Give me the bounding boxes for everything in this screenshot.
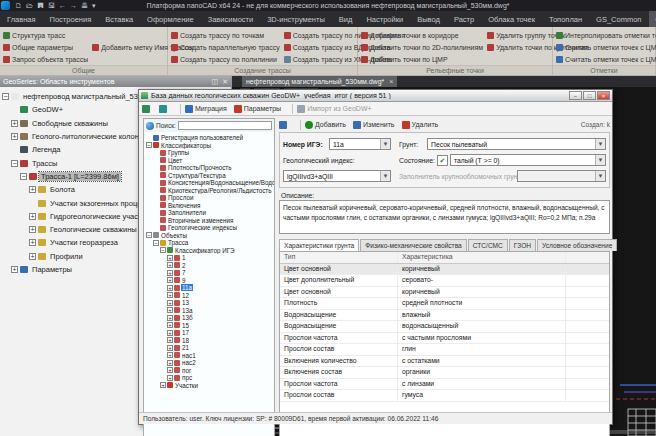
edit-record-button[interactable]: Изменить [353, 121, 395, 129]
tree-item[interactable]: Регистрация пользователей [146, 134, 274, 142]
ribbon-tab-GS_Trace[interactable]: GS_Trace [649, 11, 656, 27]
table-row[interactable]: Прослои частотас частыми прослоями [280, 333, 609, 345]
ribbon-tab-GS_Common[interactable]: GS_Common [589, 11, 648, 27]
ribbon-button[interactable]: Считать отметки точек с ЦМР авт [556, 53, 656, 65]
expander-icon[interactable]: − [20, 173, 27, 180]
table-row[interactable]: Прослои составгумуса [280, 390, 609, 402]
expander-icon[interactable]: + [167, 330, 173, 336]
expander-icon[interactable]: + [167, 292, 173, 298]
ribbon-button[interactable]: Создать трассу по полилинии [171, 53, 280, 65]
expander-icon[interactable]: + [29, 239, 36, 246]
save-as-icon[interactable]: 🖫 [48, 1, 55, 10]
ribbon-tab-Вид[interactable]: Вид [332, 11, 360, 27]
ribbon-button[interactable]: Интерполировать отметки точек [556, 29, 656, 41]
ribbon-tab-Оформление[interactable]: Оформление [140, 11, 201, 27]
tree-item[interactable]: +пог [146, 367, 274, 375]
print-icon[interactable]: 🖶 [81, 1, 88, 10]
ribbon-tab-Настройки[interactable]: Настройки [359, 11, 410, 27]
tree-item[interactable]: −Объекты [146, 232, 274, 240]
expander-icon[interactable]: + [167, 322, 173, 328]
expander-icon[interactable]: + [167, 270, 173, 276]
ribbon-tab-Зависимости[interactable]: Зависимости [201, 11, 261, 27]
ribbon-button[interactable]: Создать трассу по точкам [171, 29, 280, 41]
parameters-button[interactable]: Параметры [234, 105, 281, 113]
ribbon-button[interactable]: Добавить точки по ЦМР [361, 53, 483, 65]
expander-icon[interactable]: + [11, 133, 18, 140]
tree-item[interactable]: +13 [146, 299, 274, 307]
table-row[interactable]: Прослои частотас линзами [280, 379, 609, 391]
state-check-button[interactable]: ✔ [437, 155, 448, 166]
tree-item[interactable]: Заполнители [146, 209, 274, 217]
add-record-button[interactable]: Добавить [305, 121, 346, 129]
tab-Физико-механические свойства[interactable]: Физико-механические свойства [360, 239, 466, 251]
forward-icon[interactable]: → [70, 1, 77, 10]
grid-view-icon[interactable] [279, 121, 289, 129]
tree-item[interactable]: +18 [146, 337, 274, 345]
expander-icon[interactable]: + [167, 277, 173, 283]
tree-item[interactable]: Цвет [146, 157, 274, 165]
table-row[interactable]: Водонасыщениеводонасыщенный [280, 321, 609, 333]
expander-icon[interactable]: − [153, 240, 159, 246]
expander-icon[interactable]: − [2, 93, 9, 100]
description-textbox[interactable]: Песок пылеватый коричневый, серовато-кор… [279, 200, 610, 234]
tree-item[interactable]: Вторичные изменения [146, 217, 274, 225]
tree-item[interactable]: Группы [146, 149, 274, 157]
tree-item[interactable]: +12 [146, 292, 274, 300]
db-teal-button[interactable] [159, 105, 169, 113]
tree-item[interactable]: +9 [146, 277, 274, 285]
tree-green-button[interactable] [142, 105, 152, 113]
table-row[interactable]: Водонасыщениевлажный [280, 310, 609, 322]
table-row[interactable]: Цвет основнойкоричневый [280, 264, 609, 276]
tree-item[interactable]: +11а [146, 284, 274, 292]
document-tab[interactable]: нефтепровод магистральный_530мм.dwg* × [242, 76, 397, 87]
tree-item[interactable]: Криотекстура/Реология/Льдистость [146, 187, 274, 195]
expander-icon[interactable]: + [29, 213, 36, 220]
ige-number-combo[interactable]: 11а▼ [329, 138, 391, 150]
state-combo[interactable]: талый (Т >= 0)▼ [450, 154, 606, 166]
expander-icon[interactable]: + [167, 352, 173, 358]
ribbon-tab-Построения[interactable]: Построения [43, 11, 99, 27]
back-icon[interactable]: ← [59, 1, 66, 10]
table-row[interactable]: Включения количествос остатками [280, 356, 609, 368]
dialog-close-button[interactable]: × [597, 91, 610, 100]
expander-icon[interactable]: + [167, 315, 173, 321]
expander-icon[interactable]: + [167, 285, 173, 291]
pin-icon[interactable]: ◫ [212, 78, 219, 86]
expander-icon[interactable]: + [29, 253, 36, 260]
expander-icon[interactable]: + [167, 337, 173, 343]
tree-item[interactable]: +нас2 [146, 359, 274, 367]
tab-Условное обозначение[interactable]: Условное обозначение [537, 239, 617, 251]
ribbon-button[interactable]: Структура трасс [3, 29, 88, 41]
tree-item[interactable]: −Классификатор ИГЭ [146, 247, 274, 255]
ribbon-tab-Облака точек[interactable]: Облака точек [481, 11, 542, 27]
table-row[interactable]: Цвет дополнительныйсеровато- [280, 275, 609, 287]
delete-record-button[interactable]: Удалить [402, 121, 439, 129]
dock-header[interactable]: GeoSeries: Область инструментов ◫ ✕ [0, 76, 231, 87]
ribbon-button[interactable]: Считать отметки точек с ЦМР [556, 41, 656, 53]
tree-item[interactable]: +прс [146, 374, 274, 382]
expander-icon[interactable]: + [167, 262, 173, 268]
save-icon[interactable]: 🖪 [37, 1, 44, 10]
expander-icon[interactable]: + [29, 186, 36, 193]
ribbon-tab-Растр[interactable]: Растр [447, 11, 481, 27]
expander-icon[interactable]: + [167, 300, 173, 306]
tree-item[interactable]: +17 [146, 329, 274, 337]
search-input[interactable] [178, 121, 272, 130]
ribbon-button[interactable]: Добавить точки в коридоре [361, 29, 483, 41]
tree-item[interactable]: Структура/Текстура [146, 172, 274, 180]
new-file-icon[interactable]: 🗋 [15, 1, 22, 10]
expander-icon[interactable]: − [146, 232, 152, 238]
tree-item[interactable]: −Классификаторы [146, 142, 274, 150]
tab-ГЗОН[interactable]: ГЗОН [509, 239, 536, 251]
dialog-title-bar[interactable]: База данных геологических скважин GeoDW+… [139, 90, 612, 102]
dialog-maximize-button[interactable]: □ [583, 91, 596, 100]
expander-icon[interactable]: + [29, 226, 36, 233]
tab-СТС/СМС[interactable]: СТС/СМС [468, 239, 508, 251]
table-row[interactable]: Включения составорганики [280, 367, 609, 379]
expander-icon[interactable]: + [167, 307, 173, 313]
table-row[interactable]: Плотностьсредней плотности [280, 298, 609, 310]
expander-icon[interactable]: − [11, 160, 18, 167]
ribbon-button[interactable]: Добавить точки по 2D-полилиниям [361, 41, 483, 53]
ribbon-tab-Вывод[interactable]: Вывод [410, 11, 447, 27]
tab-Характеристики грунта[interactable]: Характеристики грунта [279, 239, 359, 251]
